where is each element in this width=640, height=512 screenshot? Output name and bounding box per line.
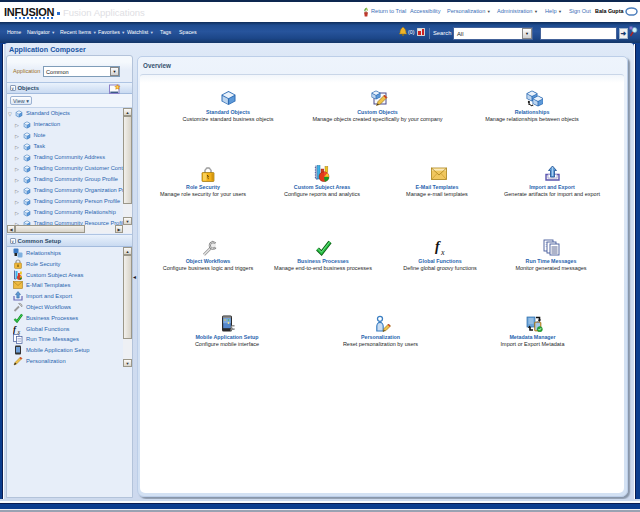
- svg-text:f: f: [13, 324, 17, 334]
- svg-text:x: x: [17, 328, 21, 334]
